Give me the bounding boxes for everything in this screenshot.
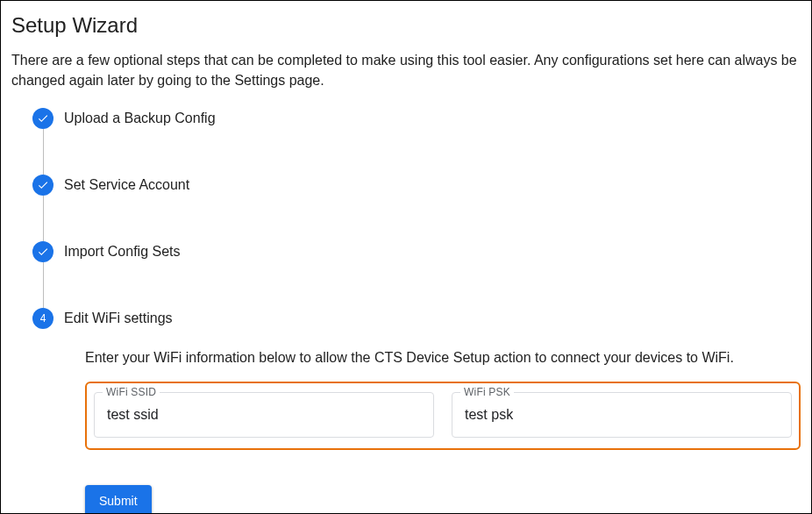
wifi-ssid-input[interactable]: [94, 392, 434, 438]
wifi-psk-wrap: WiFi PSK: [452, 392, 792, 438]
wifi-psk-input[interactable]: [452, 392, 792, 438]
check-icon: [32, 241, 53, 262]
step-connector: [43, 196, 44, 241]
submit-button[interactable]: Submit: [85, 485, 152, 514]
submit-row: Submit: [85, 485, 801, 514]
check-icon: [32, 108, 53, 129]
step-label: Import Config Sets: [64, 241, 181, 262]
page-title: Setup Wizard: [11, 13, 801, 38]
step-import-config[interactable]: Import Config Sets: [32, 241, 801, 262]
stepper: Upload a Backup Config Set Service Accou…: [32, 108, 801, 514]
step-connector: [43, 129, 44, 175]
wifi-ssid-wrap: WiFi SSID: [94, 392, 434, 438]
step-service-account[interactable]: Set Service Account: [32, 175, 801, 196]
wifi-step-content: Enter your WiFi information below to all…: [85, 350, 801, 450]
step-connector: [43, 262, 44, 308]
step-number-icon: 4: [32, 308, 53, 329]
step-label: Set Service Account: [64, 175, 189, 196]
step-label: Edit WiFi settings: [64, 308, 173, 329]
intro-text: There are a few optional steps that can …: [11, 50, 801, 90]
check-icon: [32, 175, 53, 196]
wifi-psk-label: WiFi PSK: [460, 386, 514, 398]
step-upload-backup[interactable]: Upload a Backup Config: [32, 108, 801, 129]
wifi-highlight-box: WiFi SSID WiFi PSK: [85, 382, 801, 450]
wifi-ssid-label: WiFi SSID: [103, 386, 160, 398]
step-wifi-settings[interactable]: 4 Edit WiFi settings: [32, 308, 801, 329]
wifi-description: Enter your WiFi information below to all…: [85, 350, 801, 366]
step-label: Upload a Backup Config: [64, 108, 216, 129]
